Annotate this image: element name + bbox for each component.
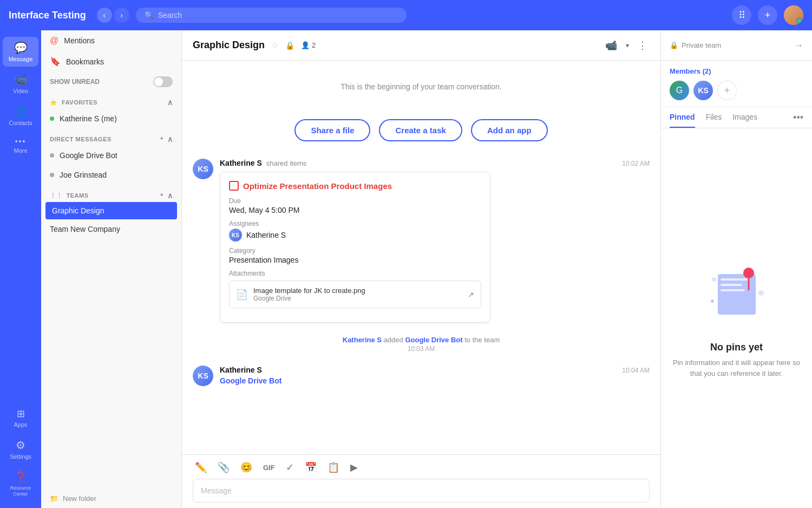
system-msg-user1[interactable]: Katherine S	[343, 336, 382, 344]
message-2-time: 10:04 AM	[622, 367, 650, 374]
status-dot-gray	[50, 153, 54, 158]
sidebar-item-apps[interactable]: ⊞ Apps	[3, 403, 38, 432]
mentions-icon: @	[50, 36, 58, 45]
members-badge[interactable]: 👤 2	[301, 41, 316, 49]
add-member-button[interactable]: +	[717, 81, 737, 100]
star-icon[interactable]: ☆	[271, 40, 279, 50]
add-direct-message-button[interactable]: +	[160, 135, 164, 144]
status-dot-green	[50, 116, 54, 121]
system-message: Katherine S added Google Drive Bot to th…	[193, 336, 650, 353]
code-button[interactable]: ▶	[348, 460, 360, 474]
bookmarks-item[interactable]: 🔖 Bookmarks	[41, 51, 181, 72]
channel-item-katherine[interactable]: Katherine S (me)	[41, 109, 181, 128]
attachment-info: Image template for JK to create.png Goog…	[253, 286, 462, 302]
right-panel-header: 🔒 Private team →	[661, 30, 812, 61]
sidebar-item-settings[interactable]: ⚙ Settings	[3, 434, 38, 464]
message-icon: 💬	[14, 41, 28, 54]
calendar-button[interactable]: 📅	[303, 460, 319, 474]
message-2: KS Katherine S 10:04 AM Google Drive Bot	[193, 366, 650, 386]
attachment-button[interactable]: 📎	[215, 460, 232, 474]
channel-team-new-company-label: Team New Company	[50, 225, 120, 233]
topbar: Interface Testing ‹ › 🔍 ⠿ +	[0, 0, 812, 30]
bookmarks-label: Bookmarks	[66, 57, 104, 66]
message-input[interactable]	[193, 479, 650, 503]
channel-item-joe-grinstead[interactable]: Joe Grinstead	[41, 165, 181, 185]
channel-item-team-new-company[interactable]: Team New Company	[41, 219, 181, 239]
tab-images[interactable]: Images	[732, 107, 757, 128]
system-msg-user2[interactable]: Google Drive Bot	[405, 336, 462, 344]
sidebar-item-resource-center-label: Resource Center	[8, 485, 33, 497]
message-2-avatar: KS	[193, 366, 213, 386]
task-assignees-label: Assignees	[229, 220, 481, 227]
tab-files[interactable]: Files	[706, 107, 722, 128]
forward-button[interactable]: ›	[114, 8, 129, 23]
gif-button[interactable]: GIF	[261, 463, 277, 473]
assignee-row: KS Katherine S	[229, 229, 481, 242]
apps-grid-button[interactable]: ⠿	[732, 5, 751, 25]
pen-tool-button[interactable]: ✏️	[193, 460, 209, 474]
teams-collapse-button[interactable]: ∧	[167, 191, 173, 200]
message-2-text[interactable]: Google Drive Bot	[220, 376, 650, 385]
message-1: KS Katherine S shared items 10:02 AM Opt…	[193, 159, 650, 323]
search-icon: 🔍	[145, 11, 154, 19]
favorites-collapse-button[interactable]: ∧	[167, 98, 173, 107]
user-avatar[interactable]	[784, 5, 803, 25]
sidebar-item-resource-center[interactable]: ❓ Resource Center	[3, 466, 38, 502]
sidebar-item-apps-label: Apps	[14, 421, 27, 428]
new-folder-item[interactable]: 📁 New folder	[41, 489, 181, 508]
show-unread-toggle[interactable]	[153, 76, 173, 87]
task-category-value: Presentation Images	[229, 256, 481, 264]
nav-buttons: ‹ ›	[97, 8, 129, 23]
video-icon: 📹	[14, 73, 28, 86]
show-unread-row: SHOW UNREAD	[41, 72, 181, 92]
sidebar-item-video[interactable]: 📹 Video	[3, 69, 38, 99]
left-sidebar: 💬 Message 📹 Video 👤 Contacts ••• More ⊞ …	[0, 30, 41, 508]
share-file-button[interactable]: Share a file	[294, 119, 370, 141]
sidebar-item-settings-label: Settings	[10, 453, 31, 460]
back-button[interactable]: ‹	[97, 8, 112, 23]
right-panel: 🔒 Private team → Members (2) G KS + Pinn…	[660, 30, 812, 508]
direct-messages-collapse-button[interactable]: ∧	[167, 135, 173, 144]
status-dot-gray2	[50, 173, 54, 177]
no-pins-title: No pins yet	[710, 342, 763, 353]
add-team-button[interactable]: +	[160, 191, 164, 200]
attachment-name: Image template for JK to create.png	[253, 286, 462, 295]
chat-input-area: ✏️ 📎 😊 GIF ✓ 📅 📋 ▶	[182, 454, 660, 508]
mentions-item[interactable]: @ Mentions	[41, 30, 181, 51]
sidebar-item-message[interactable]: 💬 Message	[3, 37, 38, 67]
resource-center-icon: ❓	[14, 471, 28, 484]
pin-svg	[704, 258, 769, 323]
create-task-button[interactable]: Create a task	[379, 119, 462, 141]
favorites-section-header: ⭐ FAVORITES ∧	[41, 92, 181, 109]
tabs-more-button[interactable]: •••	[793, 112, 803, 123]
teams-header-label: ⋮⋮ TEAMS	[50, 192, 89, 199]
add-app-button[interactable]: Add an app	[471, 119, 548, 141]
tab-pinned[interactable]: Pinned	[670, 107, 695, 128]
video-call-button[interactable]: 📹	[603, 37, 619, 54]
emoji-button[interactable]: 😊	[238, 460, 254, 474]
channel-item-graphic-design[interactable]: Graphic Design	[45, 202, 177, 219]
channel-graphic-design-label: Graphic Design	[52, 206, 104, 215]
task-button[interactable]: ✓	[284, 460, 296, 474]
sidebar-item-contacts[interactable]: 👤 Contacts	[3, 101, 38, 131]
private-team-label: 🔒 Private team	[670, 41, 721, 49]
lock-icon: 🔒	[285, 41, 294, 50]
channel-item-google-drive-bot[interactable]: Google Drive Bot	[41, 146, 181, 165]
task-checkbox[interactable]	[229, 181, 239, 191]
search-box[interactable]: 🔍	[136, 8, 407, 23]
svg-rect-1	[721, 278, 748, 281]
attachment-box[interactable]: 📄 Image template for JK to create.png Go…	[229, 281, 481, 308]
add-button[interactable]: +	[758, 5, 777, 25]
sidebar-item-more[interactable]: ••• More	[3, 133, 38, 158]
chevron-down-icon[interactable]: ▾	[624, 40, 631, 51]
svg-point-6	[712, 277, 716, 282]
new-folder-icon: 📁	[50, 494, 58, 503]
snippet-button[interactable]: 📋	[325, 460, 342, 474]
sidebar-item-contacts-label: Contacts	[9, 120, 32, 126]
right-panel-close-button[interactable]: →	[795, 41, 803, 50]
right-panel-body: No pins yet Pin information and it will …	[661, 128, 812, 508]
more-options-button[interactable]: ⋮	[636, 37, 650, 54]
favorites-header-label: ⭐ FAVORITES	[50, 99, 97, 106]
external-link-icon[interactable]: ↗	[468, 290, 474, 299]
search-input[interactable]	[158, 11, 398, 19]
